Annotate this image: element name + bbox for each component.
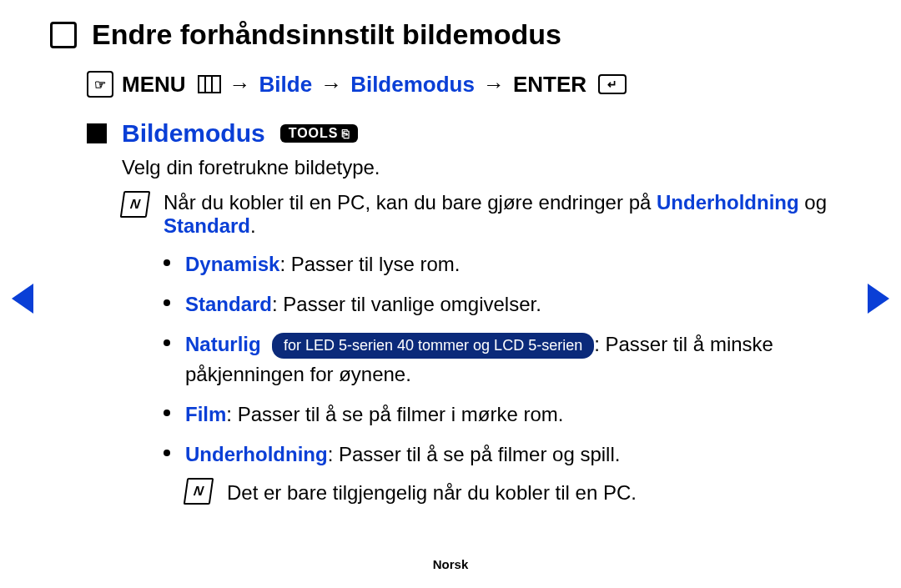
breadcrumb: MENU → Bilde → Bildemodus → ENTER xyxy=(87,71,851,98)
intro-text: Velg din foretrukne bildetype. xyxy=(122,156,851,179)
note-icon xyxy=(120,191,150,218)
page-title: Endre forhåndsinnstilt bildemodus xyxy=(92,18,561,51)
note-pc-only: Det er bare tilgjengelig når du kobler t… xyxy=(227,478,637,508)
path-bilde: Bilde xyxy=(259,72,313,98)
note-pc-limit: Når du kobler til en PC, kan du bare gjø… xyxy=(164,191,851,238)
note-icon xyxy=(184,478,214,505)
menu-icon xyxy=(198,75,221,93)
mode-entertainment-label: Underholdning xyxy=(185,443,328,465)
list-item: Standard: Passer til vanlige omgivelser. xyxy=(164,289,851,319)
tools-badge: TOOLS xyxy=(280,124,358,143)
mode-entertainment-text: : Passer til å se på filmer og spill. xyxy=(328,443,621,465)
list-item: Film: Passer til å se på filmer i mørke … xyxy=(164,400,851,430)
list-item: Naturlig for LED 5-serien 40 tommer og L… xyxy=(164,329,851,389)
mode-film-text: : Passer til å se på filmer i mørke rom. xyxy=(226,403,563,425)
section-title: Bildemodus xyxy=(122,119,265,148)
mode-dynamic-text: : Passer til lyse rom. xyxy=(279,253,460,275)
arrow: → xyxy=(483,72,505,98)
menu-label: MENU xyxy=(122,72,186,98)
arrow: → xyxy=(229,72,251,98)
hand-icon xyxy=(87,71,113,98)
mode-film-label: Film xyxy=(185,403,226,425)
mode-dynamic-label: Dynamisk xyxy=(185,253,279,275)
nav-prev-icon[interactable] xyxy=(12,284,33,314)
model-pill: for LED 5-serien 40 tommer og LCD 5-seri… xyxy=(272,333,594,359)
language-label: Norsk xyxy=(0,557,901,571)
mode-standard-text: : Passer til vanlige omgivelser. xyxy=(272,293,541,315)
path-bildemodus: Bildemodus xyxy=(350,72,475,98)
mode-list: Dynamisk: Passer til lyse rom. Standard:… xyxy=(164,249,851,508)
enter-icon xyxy=(598,74,627,94)
mode-standard-label: Standard xyxy=(185,293,272,315)
subsection-marker-icon xyxy=(87,123,107,143)
nav-next-icon[interactable] xyxy=(868,284,889,314)
enter-label: ENTER xyxy=(513,72,586,98)
list-item: Dynamisk: Passer til lyse rom. xyxy=(164,249,851,279)
mode-natural-label: Naturlig xyxy=(185,333,261,355)
list-item: Underholdning: Passer til å se på filmer… xyxy=(164,440,851,508)
arrow: → xyxy=(320,72,342,98)
section-marker-icon xyxy=(50,22,77,48)
